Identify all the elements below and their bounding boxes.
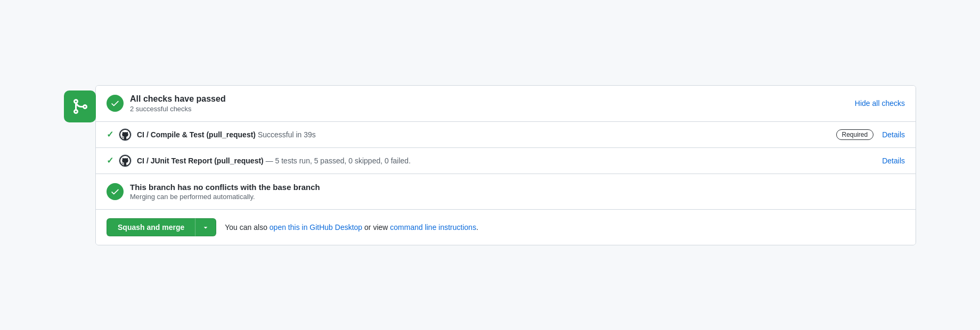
checks-passed-title: All checks have passed: [130, 94, 226, 104]
check-avatar-1: [119, 128, 132, 141]
squash-merge-button[interactable]: Squash and merge: [107, 218, 195, 236]
no-conflicts-section: This branch has no conflicts with the ba…: [96, 174, 916, 210]
merge-note-end: .: [476, 223, 478, 232]
check-desc-1: Successful in 39s: [258, 130, 316, 139]
no-conflicts-text: This branch has no conflicts with the ba…: [130, 183, 320, 201]
no-conflicts-icon: [107, 183, 124, 200]
header-text: All checks have passed 2 successful chec…: [130, 94, 226, 113]
no-conflicts-subtitle: Merging can be performed automatically.: [130, 193, 320, 201]
git-merge-icon: [71, 98, 88, 115]
command-line-link[interactable]: command line instructions: [390, 223, 476, 232]
check-tick-2: ✓: [107, 155, 113, 166]
merge-button-group: Squash and merge: [107, 218, 216, 236]
main-card: All checks have passed 2 successful chec…: [95, 85, 916, 245]
checkmark-icon: [110, 98, 120, 108]
check-name-2: CI / JUnit Test Report (pull_request): [137, 156, 264, 165]
merge-note: You can also open this in GitHub Desktop…: [225, 223, 478, 232]
merge-note-middle: or view: [362, 223, 390, 232]
chevron-down-icon: [202, 224, 209, 231]
check-row-ci-compile: ✓ CI / Compile & Test (pull_request) Suc…: [96, 122, 916, 148]
merge-dropdown-button[interactable]: [195, 218, 216, 236]
check-name-1: CI / Compile & Test (pull_request): [137, 130, 256, 139]
check-label-2: CI / JUnit Test Report (pull_request) — …: [137, 156, 877, 165]
github-icon-1: [120, 130, 130, 139]
checks-list: ✓ CI / Compile & Test (pull_request) Suc…: [96, 121, 916, 174]
check-actions-1: Required Details: [836, 129, 905, 140]
check-avatar-2: [119, 154, 132, 167]
checks-passed-subtitle: 2 successful checks: [130, 105, 226, 113]
page-wrapper: All checks have passed 2 successful chec…: [64, 85, 916, 245]
check-actions-2: Details: [882, 156, 905, 165]
check-label-1: CI / Compile & Test (pull_request) Succe…: [137, 130, 831, 139]
github-icon-2: [120, 156, 130, 166]
merge-note-text: You can also: [225, 223, 270, 232]
sidebar-merge-icon: [64, 90, 96, 122]
checks-header: All checks have passed 2 successful chec…: [96, 86, 916, 121]
check-row-ci-junit: ✓ CI / JUnit Test Report (pull_request) …: [96, 148, 916, 174]
open-desktop-link[interactable]: open this in GitHub Desktop: [270, 223, 362, 232]
check-tick-1: ✓: [107, 129, 113, 139]
header-left: All checks have passed 2 successful chec…: [107, 94, 226, 113]
details-link-1[interactable]: Details: [882, 130, 905, 139]
no-conflicts-title: This branch has no conflicts with the ba…: [130, 183, 320, 192]
check-desc-2: — 5 tests run, 5 passed, 0 skipped, 0 fa…: [266, 156, 411, 165]
details-link-2[interactable]: Details: [882, 156, 905, 165]
no-conflicts-checkmark: [110, 187, 120, 196]
merge-section: Squash and merge You can also open this …: [96, 210, 916, 245]
hide-all-checks-link[interactable]: Hide all checks: [855, 99, 905, 108]
required-badge-1: Required: [836, 129, 874, 140]
all-checks-passed-icon: [107, 95, 124, 112]
